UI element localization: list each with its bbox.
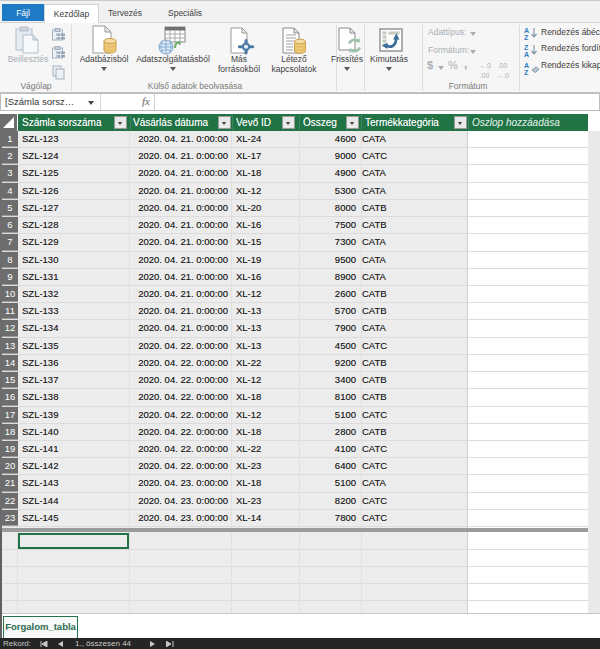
svg-text:A: A <box>524 62 529 69</box>
svg-text:Z: Z <box>524 44 529 51</box>
svg-text:A: A <box>524 27 529 34</box>
svg-text:Z: Z <box>524 34 529 41</box>
svg-text:A: A <box>524 51 529 58</box>
svg-text:Z: Z <box>524 69 529 76</box>
